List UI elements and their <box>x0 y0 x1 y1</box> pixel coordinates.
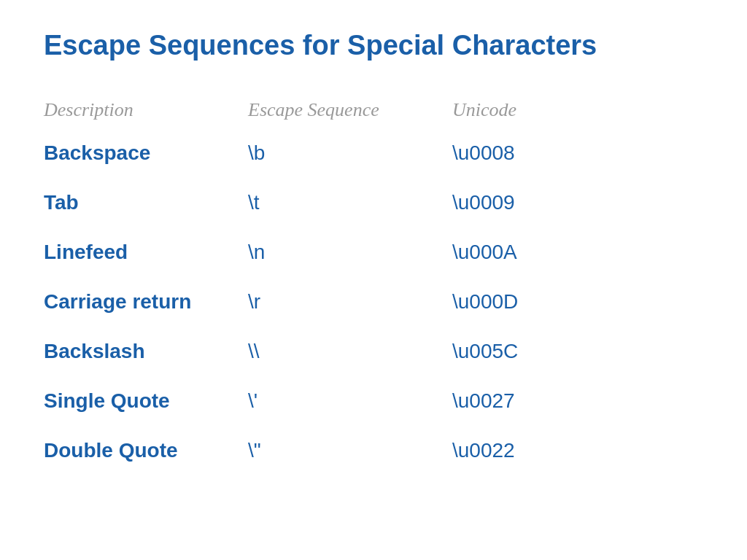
unicode-double-quote: \u0022 <box>452 439 703 462</box>
escape-backspace: \b <box>248 141 452 165</box>
description-tab: Tab <box>44 191 248 214</box>
description-backslash: Backslash <box>44 340 248 363</box>
escape-backslash: \\ <box>248 340 452 363</box>
description-double-quote: Double Quote <box>44 439 248 462</box>
unicode-carriage-return: \u000D <box>452 290 703 314</box>
escape-carriage-return: \r <box>248 290 452 314</box>
escape-double-quote: \" <box>248 439 452 462</box>
escape-single-quote: \' <box>248 389 452 413</box>
unicode-linefeed: \u000A <box>452 241 703 264</box>
table-row: Backspace \b \u0008 <box>44 128 703 178</box>
table-row: Single Quote \' \u0027 <box>44 376 703 426</box>
escape-linefeed: \n <box>248 241 452 264</box>
unicode-backspace: \u0008 <box>452 141 703 165</box>
table-row: Tab \t \u0009 <box>44 178 703 228</box>
escape-tab: \t <box>248 191 452 214</box>
table-row: Linefeed \n \u000A <box>44 228 703 277</box>
table-header-row: Description Escape Sequence Unicode <box>44 92 703 128</box>
table-container: Description Escape Sequence Unicode Back… <box>44 92 703 475</box>
table-row: Backslash \\ \u005C <box>44 327 703 376</box>
header-description: Description <box>44 99 248 121</box>
page-title: Escape Sequences for Special Characters <box>44 29 703 63</box>
header-unicode: Unicode <box>452 99 703 121</box>
unicode-tab: \u0009 <box>452 191 703 214</box>
description-single-quote: Single Quote <box>44 389 248 413</box>
table-row: Carriage return \r \u000D <box>44 277 703 327</box>
description-backspace: Backspace <box>44 141 248 165</box>
unicode-backslash: \u005C <box>452 340 703 363</box>
table-row: Double Quote \" \u0022 <box>44 426 703 475</box>
description-linefeed: Linefeed <box>44 241 248 264</box>
unicode-single-quote: \u0027 <box>452 389 703 413</box>
description-carriage-return: Carriage return <box>44 290 248 314</box>
page-container: Escape Sequences for Special Characters … <box>0 0 747 560</box>
header-escape-sequence: Escape Sequence <box>248 99 452 121</box>
